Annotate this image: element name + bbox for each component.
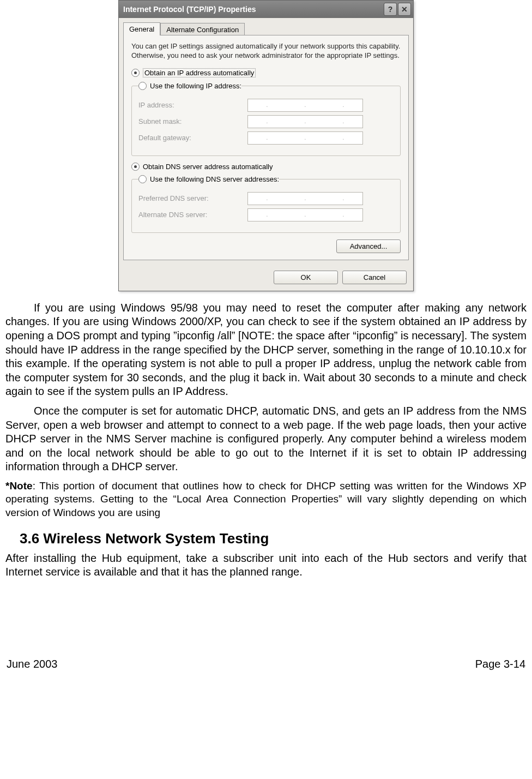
advanced-button[interactable]: Advanced... xyxy=(336,239,401,253)
tcpip-properties-dialog: Internet Protocol (TCP/IP) Properties ? … xyxy=(118,0,414,291)
dialog-title: Internet Protocol (TCP/IP) Properties xyxy=(123,5,383,14)
tab-alternate[interactable]: Alternate Configuration xyxy=(160,23,245,36)
note-body: : This portion of document that outlines… xyxy=(5,480,527,518)
ip-address-input[interactable]: ... xyxy=(247,99,363,112)
radio-icon xyxy=(131,69,140,77)
note-paragraph: *Note: This portion of document that out… xyxy=(5,480,527,519)
radio-label: Obtain an IP address automatically xyxy=(143,68,256,77)
tab-panel-general: You can get IP settings assigned automat… xyxy=(123,35,409,260)
radio-use-ip[interactable]: Use the following IP address: xyxy=(138,82,241,90)
close-icon[interactable]: ✕ xyxy=(398,3,411,16)
dns-group: Use the following DNS server addresses: … xyxy=(131,175,401,233)
radio-icon xyxy=(138,82,147,90)
ip-address-label: IP address: xyxy=(138,101,247,109)
page-footer: June 2003 Page 3-14 xyxy=(5,656,527,677)
radio-obtain-dns-auto[interactable]: Obtain DNS server address automatically xyxy=(131,163,401,171)
subnet-mask-input[interactable]: ... xyxy=(247,115,363,128)
paragraph-1: If you are using Windows 95/98 you may n… xyxy=(5,301,527,399)
radio-label: Use the following IP address: xyxy=(150,82,241,90)
tab-general[interactable]: General xyxy=(123,22,160,35)
help-icon[interactable]: ? xyxy=(384,3,397,16)
preferred-dns-input[interactable]: ... xyxy=(247,192,363,205)
dialog-titlebar[interactable]: Internet Protocol (TCP/IP) Properties ? … xyxy=(119,1,413,18)
radio-icon xyxy=(131,163,140,171)
ok-button[interactable]: OK xyxy=(274,271,338,284)
cancel-button[interactable]: Cancel xyxy=(342,271,407,284)
alternate-dns-label: Alternate DNS server: xyxy=(138,211,247,219)
footer-page: Page 3-14 xyxy=(475,658,525,670)
radio-obtain-ip-auto[interactable]: Obtain an IP address automatically xyxy=(131,68,401,77)
subnet-mask-label: Subnet mask: xyxy=(138,117,247,125)
tab-strip: General Alternate Configuration xyxy=(119,18,413,35)
default-gateway-label: Default gateway: xyxy=(138,134,247,142)
radio-use-dns[interactable]: Use the following DNS server addresses: xyxy=(138,175,279,183)
preferred-dns-label: Preferred DNS server: xyxy=(138,194,247,202)
dialog-description: You can get IP settings assigned automat… xyxy=(131,42,401,61)
paragraph-2: Once the computer is set for automatic D… xyxy=(5,404,527,474)
radio-label: Obtain DNS server address automatically xyxy=(143,163,273,171)
radio-icon xyxy=(138,175,147,183)
radio-label: Use the following DNS server addresses: xyxy=(150,175,279,183)
ip-group: Use the following IP address: IP address… xyxy=(131,82,401,156)
dialog-button-row: OK Cancel xyxy=(119,265,413,291)
default-gateway-input[interactable]: ... xyxy=(247,131,363,145)
note-label: *Note xyxy=(5,480,33,492)
footer-date: June 2003 xyxy=(7,658,57,670)
alternate-dns-input[interactable]: ... xyxy=(247,208,363,221)
paragraph-3: After installing the Hub equipment, take… xyxy=(5,552,527,579)
section-heading-3-6: 3.6 Wireless Network System Testing xyxy=(20,530,527,547)
